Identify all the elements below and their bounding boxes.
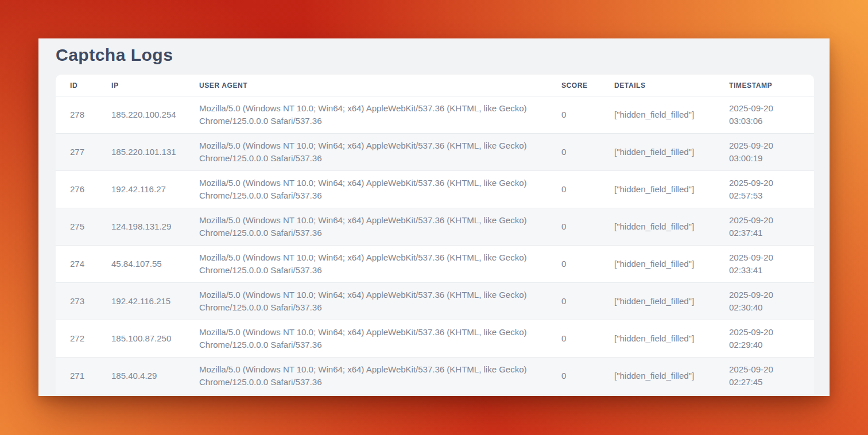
cell-user-agent: Mozilla/5.0 (Windows NT 10.0; Win64; x64… bbox=[185, 246, 547, 283]
cell-user-agent: Mozilla/5.0 (Windows NT 10.0; Win64; x64… bbox=[185, 171, 547, 208]
cell-ip: 185.220.100.254 bbox=[97, 96, 185, 134]
cell-ip: 192.42.116.215 bbox=[97, 283, 185, 320]
cell-score: 0 bbox=[547, 246, 600, 283]
cell-score: 0 bbox=[547, 96, 600, 134]
cell-timestamp: 2025-09-20 02:29:40 bbox=[715, 320, 814, 358]
cell-ip: 45.84.107.55 bbox=[97, 246, 185, 283]
cell-score: 0 bbox=[547, 283, 600, 320]
cell-user-agent: Mozilla/5.0 (Windows NT 10.0; Win64; x64… bbox=[185, 96, 547, 134]
cell-id: 273 bbox=[56, 283, 97, 320]
cell-ip: 124.198.131.29 bbox=[97, 208, 185, 246]
cell-details: ["hidden_field_filled"] bbox=[600, 208, 715, 246]
cell-id: 277 bbox=[56, 134, 97, 171]
cell-ip: 185.40.4.29 bbox=[97, 358, 185, 395]
table-row: 273 192.42.116.215 Mozilla/5.0 (Windows … bbox=[56, 283, 814, 320]
cell-timestamp: 2025-09-20 02:33:41 bbox=[715, 246, 814, 283]
cell-id: 276 bbox=[56, 171, 97, 208]
cell-user-agent: Mozilla/5.0 (Windows NT 10.0; Win64; x64… bbox=[185, 208, 547, 246]
cell-user-agent: Mozilla/5.0 (Windows NT 10.0; Win64; x64… bbox=[185, 283, 547, 320]
cell-score: 0 bbox=[547, 358, 600, 395]
cell-details: ["hidden_field_filled"] bbox=[600, 96, 715, 134]
column-header-ip: IP bbox=[97, 75, 185, 96]
cell-timestamp: 2025-09-20 03:00:19 bbox=[715, 134, 814, 171]
column-header-timestamp: TIMESTAMP bbox=[715, 75, 814, 96]
captcha-logs-card: Captcha Logs ID IP USER AGENT SCORE DETA… bbox=[38, 38, 830, 396]
table-row: 272 185.100.87.250 Mozilla/5.0 (Windows … bbox=[56, 320, 814, 358]
cell-id: 275 bbox=[56, 208, 97, 246]
cell-user-agent: Mozilla/5.0 (Windows NT 10.0; Win64; x64… bbox=[185, 320, 547, 358]
cell-timestamp: 2025-09-20 02:27:45 bbox=[715, 358, 814, 395]
cell-score: 0 bbox=[547, 134, 600, 171]
cell-timestamp: 2025-09-20 02:30:40 bbox=[715, 283, 814, 320]
cell-details: ["hidden_field_filled"] bbox=[600, 283, 715, 320]
table-row: 271 185.40.4.29 Mozilla/5.0 (Windows NT … bbox=[56, 358, 814, 395]
logs-table-container: ID IP USER AGENT SCORE DETAILS TIMESTAMP… bbox=[56, 75, 814, 394]
cell-ip: 185.100.87.250 bbox=[97, 320, 185, 358]
cell-timestamp: 2025-09-20 03:03:06 bbox=[715, 96, 814, 134]
cell-id: 271 bbox=[56, 358, 97, 395]
page-title: Captcha Logs bbox=[38, 38, 830, 64]
cell-details: ["hidden_field_filled"] bbox=[600, 246, 715, 283]
cell-details: ["hidden_field_filled"] bbox=[600, 358, 715, 395]
logs-table-body: 278 185.220.100.254 Mozilla/5.0 (Windows… bbox=[56, 96, 814, 395]
cell-timestamp: 2025-09-20 02:57:53 bbox=[715, 171, 814, 208]
cell-details: ["hidden_field_filled"] bbox=[600, 134, 715, 171]
column-header-score: SCORE bbox=[547, 75, 600, 96]
column-header-user-agent: USER AGENT bbox=[185, 75, 547, 96]
cell-id: 272 bbox=[56, 320, 97, 358]
table-row: 275 124.198.131.29 Mozilla/5.0 (Windows … bbox=[56, 208, 814, 246]
column-header-details: DETAILS bbox=[600, 75, 715, 96]
cell-score: 0 bbox=[547, 208, 600, 246]
table-row: 277 185.220.101.131 Mozilla/5.0 (Windows… bbox=[56, 134, 814, 171]
cell-timestamp: 2025-09-20 02:37:41 bbox=[715, 208, 814, 246]
cell-ip: 185.220.101.131 bbox=[97, 134, 185, 171]
column-header-id: ID bbox=[56, 75, 97, 96]
table-row: 276 192.42.116.27 Mozilla/5.0 (Windows N… bbox=[56, 171, 814, 208]
cell-score: 0 bbox=[547, 320, 600, 358]
table-header-row: ID IP USER AGENT SCORE DETAILS TIMESTAMP bbox=[56, 75, 814, 96]
table-row: 274 45.84.107.55 Mozilla/5.0 (Windows NT… bbox=[56, 246, 814, 283]
cell-id: 274 bbox=[56, 246, 97, 283]
table-row: 278 185.220.100.254 Mozilla/5.0 (Windows… bbox=[56, 96, 814, 134]
cell-score: 0 bbox=[547, 171, 600, 208]
cell-details: ["hidden_field_filled"] bbox=[600, 171, 715, 208]
cell-ip: 192.42.116.27 bbox=[97, 171, 185, 208]
cell-details: ["hidden_field_filled"] bbox=[600, 320, 715, 358]
gradient-background: { "page": { "title": "Captcha Logs" }, "… bbox=[0, 0, 868, 435]
cell-user-agent: Mozilla/5.0 (Windows NT 10.0; Win64; x64… bbox=[185, 358, 547, 395]
logs-table: ID IP USER AGENT SCORE DETAILS TIMESTAMP… bbox=[56, 75, 814, 394]
cell-user-agent: Mozilla/5.0 (Windows NT 10.0; Win64; x64… bbox=[185, 134, 547, 171]
cell-id: 278 bbox=[56, 96, 97, 134]
